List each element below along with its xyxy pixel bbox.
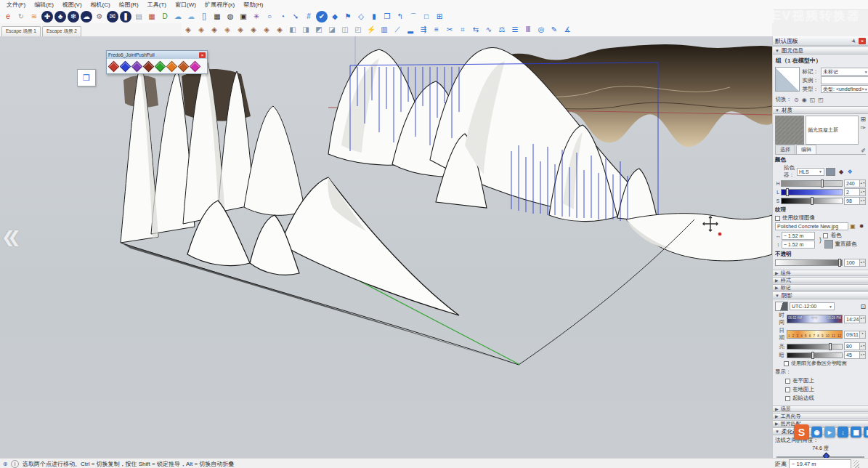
time-slider[interactable]: 06:52 AM 中午 05:28 PM [787, 315, 843, 323]
mesh-tool-4-icon[interactable]: ◪ [326, 24, 338, 36]
browse-texture-icon[interactable]: ▣ [848, 222, 857, 230]
slope-icon[interactable]: ⟋ [392, 24, 403, 36]
display-checkbox[interactable] [785, 379, 790, 384]
pinwheel-icon[interactable]: ✳ [251, 11, 262, 23]
shadow-toggle-icon[interactable] [775, 302, 788, 311]
lock-toggle-icon[interactable]: ◉ [802, 97, 807, 103]
curve-icon[interactable]: ➘ [290, 11, 301, 23]
spinner[interactable]: ▲▼ [860, 315, 866, 323]
display-checkbox[interactable] [785, 396, 790, 401]
opacity-slider[interactable] [775, 259, 843, 266]
texture-file-input[interactable]: Polished Concrete New.jpg [775, 222, 848, 230]
collapsed-section[interactable]: ▶ 组件 [773, 270, 868, 276]
hls-slider[interactable] [781, 198, 843, 204]
opacity-input[interactable]: 100 [844, 259, 860, 267]
jpp-surface-3-icon[interactable]: ◈ [208, 24, 220, 36]
materials-header[interactable]: ▼ 材质 [773, 106, 868, 114]
recorder-home-icon[interactable]: ◉ [811, 427, 822, 437]
pillar-icon[interactable]: Ⅲ [522, 24, 534, 36]
receive-shadows-toggle-icon[interactable]: ◰ [818, 97, 824, 103]
column-icon[interactable]: ▮ [368, 11, 380, 23]
picker-select[interactable]: HLS▼ [797, 168, 824, 176]
dashed-box-icon[interactable]: □ [421, 11, 432, 23]
help-info-icon[interactable]: i [11, 460, 19, 468]
grid-clock-icon[interactable]: ⊞ [434, 11, 445, 23]
spinner[interactable]: ▲▼ [860, 197, 866, 205]
export-icon[interactable]: ▤ [133, 11, 145, 23]
collapsed-section[interactable]: ▶ 标记 [773, 284, 868, 291]
table-icon[interactable]: ▦ [146, 11, 158, 23]
date-slider[interactable]: 123456789101112 [787, 330, 843, 339]
jpp-vector-icon[interactable] [119, 60, 131, 72]
fredo-titlebar[interactable]: Fredo6_JointPushPull × [107, 51, 207, 59]
mesh-tool-1-icon[interactable]: ◧ [287, 24, 299, 36]
hls-slider[interactable] [781, 189, 843, 195]
hls-slider[interactable] [781, 180, 843, 187]
edit-texture-icon[interactable]: ✹ [857, 222, 866, 230]
check-badge-icon[interactable]: ✔ [316, 11, 328, 23]
paint-default-icon[interactable]: ✑ [860, 124, 866, 132]
target-icon[interactable]: ◎ [535, 24, 547, 36]
mesh-tool-6-icon[interactable]: ◰ [352, 24, 364, 36]
stats-icon[interactable]: ▂ [405, 24, 416, 36]
resize-grip[interactable] [853, 460, 859, 468]
recorder-grid-icon[interactable]: ▦ [851, 427, 861, 437]
collapsed-section[interactable]: ▶ 场景 [773, 406, 868, 412]
pause-icon[interactable]: ❚ [120, 11, 131, 23]
hls-value-input[interactable]: 240 [844, 179, 860, 187]
clock-icon[interactable]: ◔ [277, 11, 288, 23]
mail-icon[interactable]: ✉ [107, 11, 118, 23]
jpp-joint-icon[interactable] [108, 60, 119, 72]
refresh-icon[interactable]: ↻ [15, 11, 27, 23]
dark-input[interactable]: 45 [844, 351, 860, 359]
texture-height-input[interactable]: ~ 1.52 m [782, 241, 815, 249]
spinner[interactable]: ▲▼ [860, 179, 866, 187]
utc-select[interactable]: UTC-12:00▼ [790, 302, 835, 310]
viewport-canvas[interactable] [0, 36, 772, 458]
tab-edit[interactable]: 编辑 [796, 145, 816, 154]
plugin-logo-icon[interactable]: e [2, 11, 14, 23]
kite-icon[interactable]: ◆ [329, 11, 341, 23]
scene-tab[interactable]: Escape 场景 1 [1, 26, 41, 36]
scissors-icon[interactable]: ✂ [444, 24, 455, 36]
close-icon[interactable]: × [199, 52, 206, 58]
light-input[interactable]: 80 [844, 342, 860, 350]
jpp-follow-icon[interactable] [177, 60, 189, 72]
menu-item[interactable]: 相机(C) [86, 1, 115, 9]
cloud-sync-icon[interactable]: ☁ [172, 11, 184, 23]
jpp-extrude-icon[interactable] [166, 60, 177, 72]
sample-paint-icon[interactable]: ✐ [861, 148, 866, 154]
kt-cloud-icon[interactable]: ☁ [81, 11, 92, 23]
recorder-play-icon[interactable]: ► [824, 427, 835, 437]
bolt-icon[interactable]: ⚡ [365, 24, 377, 36]
spinner[interactable]: ▲▼ [860, 351, 866, 359]
menu-item[interactable]: 视图(V) [58, 1, 86, 9]
flows-icon[interactable]: ⇶ [418, 24, 429, 36]
reset-color-swatch[interactable] [824, 240, 833, 249]
circle-tool-icon[interactable]: ○ [264, 11, 275, 23]
use-sun-checkbox[interactable] [784, 361, 789, 366]
jpp-surface-7-icon[interactable]: ◈ [261, 24, 272, 36]
menu-item[interactable]: 绘图(R) [115, 1, 143, 9]
jpp-surface-1-icon[interactable]: ◈ [182, 24, 194, 36]
hls-value-input[interactable]: 98 [844, 197, 860, 205]
render-d-icon[interactable]: D [159, 11, 171, 23]
spinner[interactable]: ▲▼ [860, 342, 866, 350]
kt-tree-icon[interactable]: ♣ [54, 11, 66, 23]
jpp-normal-icon[interactable] [131, 60, 142, 72]
hatch-icon[interactable]: ⌗ [457, 24, 469, 36]
jpp-surface-6-icon[interactable]: ◈ [248, 24, 259, 36]
menu-item[interactable]: 文件(F) [2, 1, 30, 9]
menu-item[interactable]: 帮助(H) [239, 1, 267, 9]
menu-item[interactable]: 扩展程序(x) [200, 1, 239, 9]
fredo-jointpushpull-toolbar[interactable]: Fredo6_JointPushPull × [106, 50, 208, 74]
box-copy-icon[interactable]: ❐ [381, 11, 393, 23]
jpp-surface-5-icon[interactable]: ◈ [235, 24, 246, 36]
cloud-down-icon[interactable]: ☁ [185, 11, 197, 23]
component-mini-palette[interactable]: ❒ [77, 69, 96, 86]
mesh-tool-5-icon[interactable]: ◫ [339, 24, 351, 36]
match-screen-color-icon[interactable]: ❖ [845, 168, 854, 176]
tab-select[interactable]: 选择 [775, 145, 795, 154]
swap-icon[interactable]: ⇆ [470, 24, 482, 36]
gear-icon[interactable]: ⚙ [94, 11, 105, 23]
